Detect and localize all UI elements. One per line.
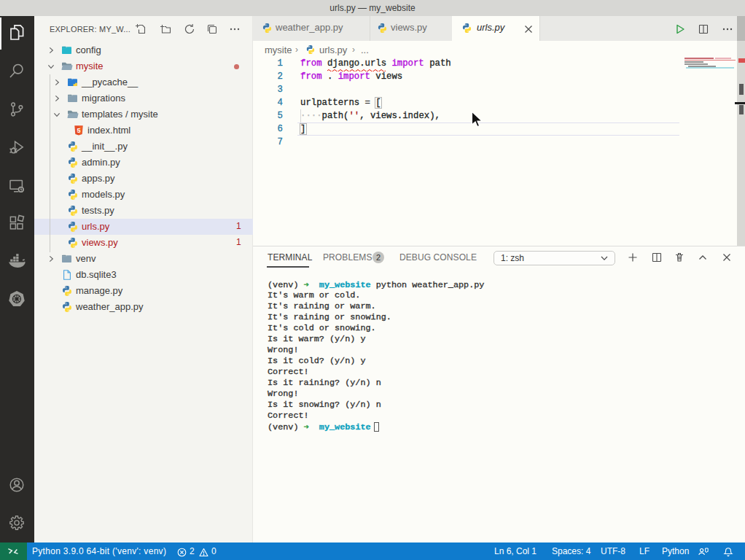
svg-text:5: 5 — [77, 127, 80, 134]
